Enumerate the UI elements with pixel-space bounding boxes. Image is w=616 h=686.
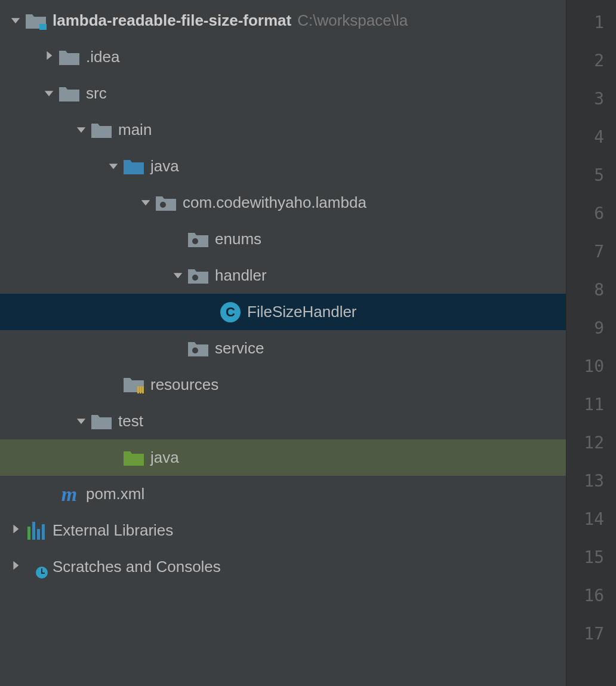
package-icon bbox=[187, 265, 209, 287]
chevron-down-icon[interactable] bbox=[6, 14, 25, 27]
line-number[interactable]: 9 bbox=[566, 309, 616, 347]
source-root-folder-icon bbox=[123, 156, 144, 177]
folder-icon bbox=[58, 83, 80, 104]
src-label: src bbox=[86, 84, 107, 103]
project-tree-panel[interactable]: lambda-readable-file-size-format C:\work… bbox=[0, 0, 566, 686]
line-number[interactable]: 6 bbox=[566, 195, 616, 233]
package-root-label: com.codewithyaho.lambda bbox=[183, 193, 366, 212]
enums-label: enums bbox=[215, 230, 261, 248]
scratches-icon bbox=[25, 556, 47, 578]
line-number[interactable]: 11 bbox=[566, 386, 616, 424]
tree-node-external-libraries[interactable]: External Libraries bbox=[0, 512, 566, 549]
svg-point-2 bbox=[192, 238, 198, 244]
pom-label: pom.xml bbox=[86, 485, 144, 503]
tree-node-package-root[interactable]: com.codewithyaho.lambda bbox=[0, 184, 566, 221]
folder-icon bbox=[91, 119, 112, 141]
file-size-handler-label: FileSizeHandler bbox=[247, 303, 357, 321]
line-number[interactable]: 14 bbox=[566, 500, 616, 539]
external-libraries-label: External Libraries bbox=[53, 521, 173, 540]
line-number[interactable]: 15 bbox=[566, 539, 616, 577]
line-number[interactable]: 12 bbox=[566, 424, 616, 462]
tree-node-main[interactable]: main bbox=[0, 112, 566, 148]
line-number[interactable]: 1 bbox=[566, 4, 616, 42]
test-label: test bbox=[118, 412, 143, 430]
svg-point-4 bbox=[192, 347, 198, 353]
chevron-right-icon[interactable] bbox=[39, 50, 58, 64]
tree-node-java-main[interactable]: java bbox=[0, 148, 566, 184]
line-number[interactable]: 5 bbox=[566, 156, 616, 195]
line-number[interactable]: 10 bbox=[566, 347, 616, 386]
tree-node-service[interactable]: service bbox=[0, 330, 566, 367]
editor-gutter[interactable]: 1 2 3 4 5 6 7 8 9 10 11 12 13 14 15 16 1… bbox=[566, 0, 616, 686]
tree-node-resources[interactable]: resources bbox=[0, 367, 566, 403]
tree-node-scratches[interactable]: Scratches and Consoles bbox=[0, 549, 566, 585]
tree-node-enums[interactable]: enums bbox=[0, 221, 566, 257]
svg-point-3 bbox=[192, 275, 198, 281]
external-libraries-icon bbox=[25, 520, 47, 542]
svg-rect-6 bbox=[140, 386, 141, 393]
chevron-down-icon[interactable] bbox=[104, 159, 123, 173]
tree-node-idea[interactable]: .idea bbox=[0, 39, 566, 75]
chevron-right-icon[interactable] bbox=[6, 524, 25, 537]
handler-label: handler bbox=[215, 266, 267, 285]
tree-node-src[interactable]: src bbox=[0, 75, 566, 112]
line-number[interactable]: 16 bbox=[566, 577, 616, 615]
line-number[interactable]: 13 bbox=[566, 462, 616, 500]
package-icon bbox=[187, 338, 209, 359]
line-number[interactable]: 7 bbox=[566, 233, 616, 271]
idea-label: .idea bbox=[86, 48, 119, 66]
tree-node-java-test[interactable]: java bbox=[0, 439, 566, 476]
svg-rect-7 bbox=[142, 386, 144, 393]
module-folder-icon bbox=[25, 10, 47, 32]
tree-node-project-root[interactable]: lambda-readable-file-size-format C:\work… bbox=[0, 2, 566, 39]
tree-node-file-size-handler[interactable]: C FileSizeHandler bbox=[0, 294, 566, 330]
package-icon bbox=[187, 229, 209, 250]
resources-folder-icon bbox=[123, 374, 144, 396]
main-label: main bbox=[118, 121, 152, 139]
tree-node-handler[interactable]: handler bbox=[0, 257, 566, 294]
chevron-down-icon[interactable] bbox=[72, 414, 91, 428]
line-number[interactable]: 4 bbox=[566, 118, 616, 156]
service-label: service bbox=[215, 339, 264, 358]
java-class-icon: C bbox=[220, 302, 241, 323]
chevron-down-icon[interactable] bbox=[39, 87, 58, 100]
tree-node-pom[interactable]: m pom.xml bbox=[0, 476, 566, 512]
line-number[interactable]: 3 bbox=[566, 80, 616, 118]
java-main-label: java bbox=[150, 157, 179, 176]
package-icon bbox=[155, 192, 177, 214]
line-number[interactable]: 8 bbox=[566, 271, 616, 309]
test-source-root-folder-icon bbox=[123, 447, 144, 469]
project-root-label: lambda-readable-file-size-format bbox=[53, 11, 291, 30]
svg-rect-0 bbox=[39, 24, 47, 30]
folder-icon bbox=[58, 47, 80, 68]
folder-icon bbox=[91, 411, 112, 432]
java-test-label: java bbox=[150, 448, 179, 467]
resources-label: resources bbox=[150, 376, 218, 394]
chevron-down-icon[interactable] bbox=[72, 123, 91, 137]
svg-point-1 bbox=[160, 202, 166, 208]
chevron-right-icon[interactable] bbox=[6, 560, 25, 574]
chevron-down-icon[interactable] bbox=[136, 196, 155, 210]
scratches-label: Scratches and Consoles bbox=[53, 558, 221, 576]
line-number[interactable]: 2 bbox=[566, 42, 616, 80]
maven-icon: m bbox=[58, 484, 80, 505]
line-number[interactable]: 17 bbox=[566, 615, 616, 653]
project-root-path: C:\workspace\la bbox=[297, 11, 408, 30]
chevron-down-icon[interactable] bbox=[168, 269, 187, 282]
svg-rect-5 bbox=[137, 386, 139, 393]
tree-node-test[interactable]: test bbox=[0, 403, 566, 439]
